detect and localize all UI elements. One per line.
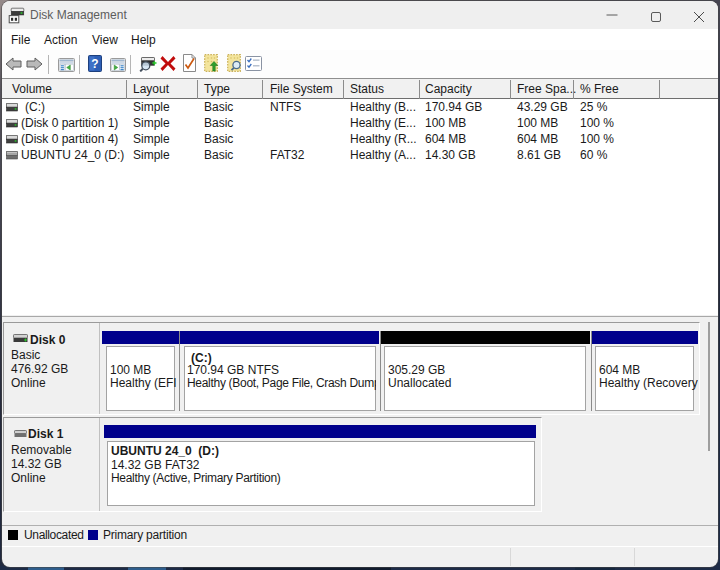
svg-text:?: ? [91,57,98,71]
